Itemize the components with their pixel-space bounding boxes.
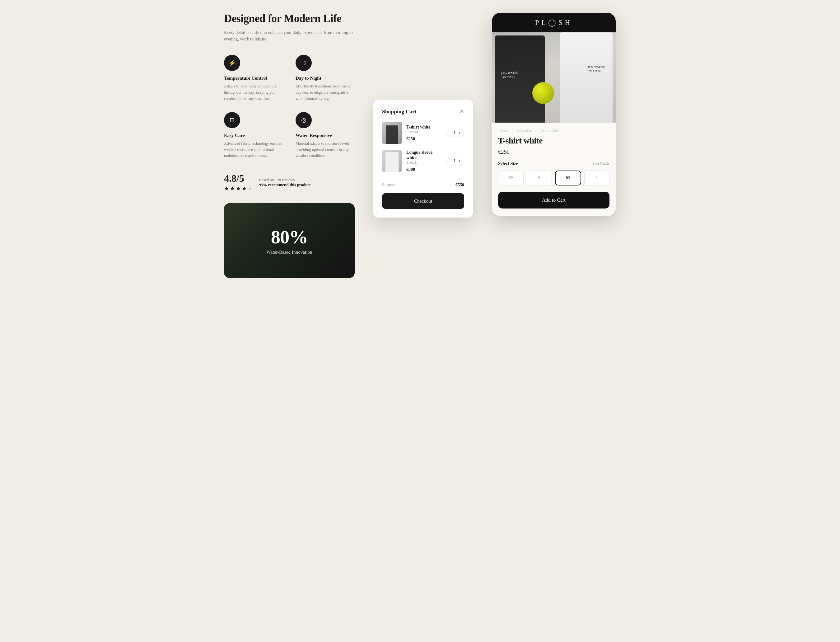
size-section-header: Select Size Size Guide <box>498 161 609 166</box>
app-logo: PL◯SH <box>499 18 608 27</box>
promo-percent: 80% <box>271 226 308 248</box>
cart-item-2-qty: - 1 + <box>446 157 464 165</box>
cart-item-1-decrement[interactable]: - <box>450 131 451 135</box>
cart-divider <box>382 178 464 178</box>
size-options: XS S M L <box>498 170 609 185</box>
cart-item-2: Longue sleeve white Size: L €300 - 1 + <box>382 150 464 172</box>
cart-modal-wrapper: Shopping Cart ✕ T-shirt white Size: M €2… <box>373 100 473 217</box>
page-subtitle: Every detail is crafted to enhance your … <box>224 29 354 42</box>
breadcrumb-sep-2: / <box>536 128 537 133</box>
breadcrumb-home[interactable]: Home <box>499 128 508 133</box>
feature-icon-temperature: ⚡ <box>224 55 240 71</box>
page-title: Designed for Modern Life <box>224 13 354 25</box>
right-section: PL◯SH 80% WATER20% STYLE 80% WATER20% ST… <box>492 13 616 216</box>
feature-item-water-responsive: ◎ Water-Responsive Material adapts to mo… <box>296 112 354 159</box>
app-header: PL◯SH <box>492 13 616 32</box>
cart-item-1-qty-value: 1 <box>453 130 456 135</box>
feature-desc-water-responsive: Material adapts to moisture levels, prov… <box>296 141 354 159</box>
feature-title-temperature: Temperature Control <box>224 75 283 81</box>
cart-item-2-size: Size: L <box>406 160 442 165</box>
cart-item-1-qty: - 1 + <box>446 129 464 137</box>
rating-recommend: 95% recommend this product <box>259 182 311 187</box>
size-l[interactable]: L <box>584 170 610 185</box>
size-s[interactable]: S <box>527 170 552 185</box>
cart-subtotal: Subtotal €550 <box>382 182 464 188</box>
cart-item-2-decrement[interactable]: - <box>450 159 451 163</box>
cart-modal: Shopping Cart ✕ T-shirt white Size: M €2… <box>373 100 473 217</box>
stars-container: ★ ★ ★ ★ ★ <box>224 185 252 192</box>
star-3: ★ <box>236 185 241 192</box>
breadcrumb-product: T-shirt white <box>540 128 559 133</box>
cart-item-2-price: €300 <box>406 167 442 172</box>
feature-title-day-to-night: Day to Night <box>296 75 354 81</box>
feature-icon-water-responsive: ◎ <box>296 112 312 128</box>
cart-subtotal-label: Subtotal <box>382 182 397 188</box>
breadcrumb-sep-1: / <box>512 128 514 133</box>
star-1: ★ <box>224 185 229 192</box>
star-2: ★ <box>230 185 235 192</box>
rating-score: 4.8/5 <box>224 173 252 184</box>
rating-reviews: Based on 128 reviews <box>259 177 311 182</box>
rating-left: 4.8/5 ★ ★ ★ ★ ★ <box>224 173 252 192</box>
cart-subtotal-value: €550 <box>455 182 464 188</box>
left-section: Designed for Modern Life Every detail is… <box>224 13 354 278</box>
feature-desc-day-to-night: Effortlessly transitions from casual day… <box>296 83 354 102</box>
size-xs[interactable]: XS <box>498 170 524 185</box>
feature-icon-easy-care: ⊡ <box>224 112 240 128</box>
cart-item-1-image-bg <box>382 122 402 144</box>
feature-icon-day-to-night: ☽ <box>296 55 312 71</box>
star-5: ★ <box>248 185 252 192</box>
feature-item-easy-care: ⊡ Easy Care Advanced fabric technology e… <box>224 112 283 159</box>
cart-item-2-qty-value: 1 <box>453 159 456 164</box>
feature-title-water-responsive: Water-Responsive <box>296 133 354 138</box>
star-4: ★ <box>242 185 247 192</box>
cart-item-1-size: Size: M <box>406 130 442 135</box>
cart-item-2-image <box>382 150 402 172</box>
rating-section: 4.8/5 ★ ★ ★ ★ ★ Based on 128 reviews 95%… <box>224 173 354 192</box>
breadcrumb: Home / Collection / T-shirt white <box>498 128 609 133</box>
feature-item-day-to-night: ☽ Day to Night Effortlessly transitions … <box>296 55 354 102</box>
cart-item-1-image <box>382 122 402 144</box>
add-to-cart-button[interactable]: Add to Cart <box>498 192 609 209</box>
cart-item-2-increment[interactable]: + <box>458 159 461 163</box>
size-section-label: Select Size <box>498 161 518 166</box>
features-grid: ⚡ Temperature Control Adapts to your bod… <box>224 55 354 159</box>
checkout-button[interactable]: Checkout <box>382 193 464 209</box>
cart-item-1-name: T-shirt white <box>406 125 442 130</box>
cart-item-2-image-bg <box>382 150 402 172</box>
feature-title-easy-care: Easy Care <box>224 133 283 138</box>
cart-item-1-details: T-shirt white Size: M €250 <box>406 125 442 142</box>
app-product-image: 80% WATER20% STYLE 80% WATER20% STYLE <box>492 32 616 123</box>
cart-item-1-increment[interactable]: + <box>458 131 461 135</box>
cart-close-button[interactable]: ✕ <box>460 108 464 115</box>
cart-item-2-details: Longue sleeve white Size: L €300 <box>406 150 442 172</box>
promo-card: 80% Water-Based Innovation <box>224 203 354 278</box>
feature-desc-easy-care: Advanced fabric technology ensures wrink… <box>224 141 283 159</box>
page-wrapper: Designed for Modern Life Every detail is… <box>224 13 616 278</box>
rating-info: Based on 128 reviews 95% recommend this … <box>259 177 311 187</box>
feature-desc-temperature: Adapts to your body temperature througho… <box>224 83 283 102</box>
size-m[interactable]: M <box>555 170 581 185</box>
mobile-app: PL◯SH 80% WATER20% STYLE 80% WATER20% ST… <box>492 13 616 216</box>
cart-item-2-name: Longue sleeve white <box>406 150 442 160</box>
app-content: Home / Collection / T-shirt white T-shir… <box>492 123 616 216</box>
cart-item-1-price: €250 <box>406 136 442 142</box>
promo-label: Water-Based Innovation <box>266 249 312 255</box>
cart-header: Shopping Cart ✕ <box>382 108 464 115</box>
breadcrumb-collection[interactable]: Collection <box>516 128 532 133</box>
cart-item-1: T-shirt white Size: M €250 - 1 + <box>382 122 464 144</box>
size-guide-link[interactable]: Size Guide <box>592 161 609 166</box>
product-title: T-shirt white <box>498 136 609 146</box>
feature-item-temperature: ⚡ Temperature Control Adapts to your bod… <box>224 55 283 102</box>
promo-content: 80% Water-Based Innovation <box>224 203 354 278</box>
cart-title: Shopping Cart <box>382 108 417 115</box>
product-price: €250 <box>498 149 609 155</box>
